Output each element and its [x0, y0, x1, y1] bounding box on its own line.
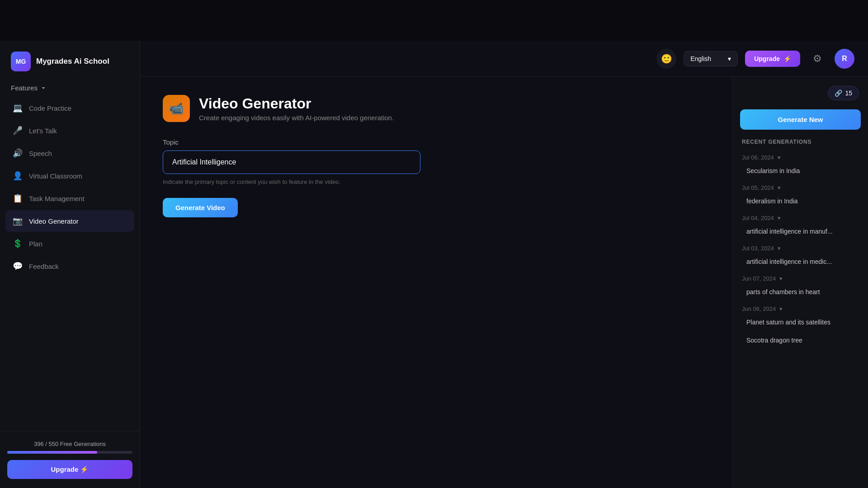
recent-item[interactable]: Socotra dragon tree [740, 333, 861, 347]
sidebar-item-plan[interactable]: 💲 Plan [5, 233, 134, 254]
upgrade-button-sidebar[interactable]: Upgrade ⚡ [7, 460, 132, 479]
sidebar-item-label: Speech [29, 150, 52, 157]
recent-group-jul04: Jul 04, 2024 ▾ artificial intelligence i… [740, 212, 861, 239]
sidebar-item-video-generator[interactable]: 📷 Video Generator [5, 210, 134, 232]
topic-label: Topic [163, 138, 710, 146]
sidebar-item-label: Feedback [29, 263, 59, 270]
sidebar-item-label: Task Management [29, 195, 85, 202]
sidebar: MG Mygrades Ai School Features 💻 Code Pr… [0, 41, 140, 488]
recent-item[interactable]: parts of chambers in heart [740, 285, 861, 299]
upgrade-button-header[interactable]: Upgrade ⚡ [745, 51, 800, 67]
chevron-down-icon: ▾ [779, 305, 783, 312]
features-header[interactable]: Features [0, 80, 140, 97]
avatar-initial: R [842, 55, 847, 63]
top-header: 🙂 English ▾ Upgrade ⚡ ⚙ R [140, 41, 868, 77]
main-panel: 📹 Video Generator Create engaging videos… [140, 77, 732, 488]
recent-date-jun07[interactable]: Jun 07, 2024 ▾ [740, 272, 861, 285]
recent-date-jun06[interactable]: Jun 06, 2024 ▾ [740, 303, 861, 315]
mic-icon: 🎤 [13, 126, 23, 136]
sidebar-item-label: Let's Talk [29, 127, 57, 135]
link-icon: 🔗 [835, 89, 842, 97]
settings-button[interactable]: ⚙ [807, 49, 827, 69]
generations-label: 396 / 550 Free Generations [7, 441, 132, 447]
sidebar-item-label: Virtual Classroom [29, 172, 82, 180]
generate-video-button[interactable]: Generate Video [163, 198, 238, 217]
right-panel: 🔗 15 Generate New RECENT GENERATIONS Jul… [732, 77, 868, 488]
progress-bar-background [7, 451, 132, 454]
sidebar-item-feedback[interactable]: 💬 Feedback [5, 255, 134, 277]
bolt-icon: ⚡ [783, 55, 791, 62]
recent-group-socotra: Socotra dragon tree [740, 333, 861, 347]
plan-icon: 💲 [13, 239, 23, 249]
logo-icon: MG [11, 52, 31, 71]
top-bar [0, 0, 868, 41]
sidebar-item-label: Plan [29, 240, 42, 248]
sidebar-item-task-management[interactable]: 📋 Task Management [5, 188, 134, 209]
virtual-icon: 👤 [13, 171, 23, 181]
date-label: Jul 04, 2024 [742, 215, 774, 221]
sidebar-item-speech[interactable]: 🔊 Speech [5, 142, 134, 164]
task-icon: 📋 [13, 193, 23, 203]
sidebar-logo[interactable]: MG Mygrades Ai School [0, 41, 140, 80]
video-camera-icon: 📹 [169, 102, 184, 116]
chevron-down-icon: ▾ [778, 154, 781, 161]
recent-item[interactable]: Planet saturn and its satellites [740, 315, 861, 329]
right-top-area: 🔗 15 [733, 77, 868, 100]
recent-generations-header: RECENT GENERATIONS [733, 137, 868, 151]
recent-item[interactable]: Secularism in India [740, 164, 861, 178]
chevron-down-icon: ▾ [778, 184, 781, 191]
nav-items: 💻 Code Practice 🎤 Let's Talk 🔊 Speech 👤 … [0, 97, 140, 431]
gear-icon: ⚙ [813, 53, 822, 65]
progress-bar-fill [7, 451, 97, 454]
credits-badge: 🔗 15 [828, 86, 859, 100]
page-icon: 📹 [163, 95, 190, 122]
chevron-down-icon [40, 85, 47, 91]
sidebar-item-lets-talk[interactable]: 🎤 Let's Talk [5, 120, 134, 141]
date-label: Jul 06, 2024 [742, 154, 774, 161]
recent-group-jul06: Jul 06, 2024 ▾ Secularism in India [740, 151, 861, 178]
main-content: 🙂 English ▾ Upgrade ⚡ ⚙ R 📹 [140, 41, 868, 488]
sidebar-item-label: Video Generator [29, 217, 79, 225]
chevron-down-icon: ▾ [778, 215, 781, 221]
logo-text: Mygrades Ai School [36, 57, 109, 66]
emoji-icon: 🙂 [661, 53, 672, 64]
code-icon: 💻 [13, 103, 23, 113]
topic-input[interactable] [163, 150, 420, 174]
feedback-icon: 💬 [13, 261, 23, 271]
upgrade-label: Upgrade [754, 55, 780, 62]
recent-group-jul05: Jul 05, 2024 ▾ federalism in India [740, 182, 861, 208]
sidebar-item-label: Code Practice [29, 104, 71, 112]
credits-count: 15 [845, 89, 852, 97]
speaker-icon: 🔊 [13, 148, 23, 158]
sidebar-item-virtual-classroom[interactable]: 👤 Virtual Classroom [5, 165, 134, 187]
page-subtitle: Create engaging videos easily with AI-po… [199, 114, 394, 122]
recent-date-jul05[interactable]: Jul 05, 2024 ▾ [740, 182, 861, 194]
recent-date-jul03[interactable]: Jul 03, 2024 ▾ [740, 242, 861, 254]
recent-group-jun07: Jun 07, 2024 ▾ parts of chambers in hear… [740, 272, 861, 299]
language-selector[interactable]: English ▾ [684, 51, 738, 66]
page-title: Video Generator [199, 95, 394, 112]
recent-date-jul04[interactable]: Jul 04, 2024 ▾ [740, 212, 861, 224]
page-header: 📹 Video Generator Create engaging videos… [163, 95, 710, 122]
avatar-button[interactable]: R [835, 49, 854, 69]
recent-group-jul03: Jul 03, 2024 ▾ artificial intelligence i… [740, 242, 861, 269]
chevron-down-icon: ▾ [778, 245, 781, 252]
generate-new-button[interactable]: Generate New [740, 109, 861, 130]
recent-item[interactable]: artificial intelligence in medic... [740, 254, 861, 269]
recent-group-jun06: Jun 06, 2024 ▾ Planet saturn and its sat… [740, 303, 861, 329]
page-title-area: Video Generator Create engaging videos e… [199, 95, 394, 122]
recent-item[interactable]: federalism in India [740, 194, 861, 208]
date-label: Jul 05, 2024 [742, 184, 774, 191]
date-label: Jun 07, 2024 [742, 275, 776, 282]
language-value: English [690, 55, 711, 62]
video-icon: 📷 [13, 216, 23, 226]
date-label: Jun 06, 2024 [742, 305, 776, 312]
sidebar-item-code-practice[interactable]: 💻 Code Practice [5, 97, 134, 119]
content-area: 📹 Video Generator Create engaging videos… [140, 77, 868, 488]
recent-list: Jul 06, 2024 ▾ Secularism in India Jul 0… [733, 151, 868, 488]
recent-date-jul06[interactable]: Jul 06, 2024 ▾ [740, 151, 861, 164]
sidebar-bottom: 396 / 550 Free Generations Upgrade ⚡ [0, 431, 140, 488]
emoji-button[interactable]: 🙂 [656, 49, 676, 69]
recent-item[interactable]: artificial intelligence in manuf... [740, 224, 861, 239]
chevron-down-icon: ▾ [728, 55, 731, 62]
